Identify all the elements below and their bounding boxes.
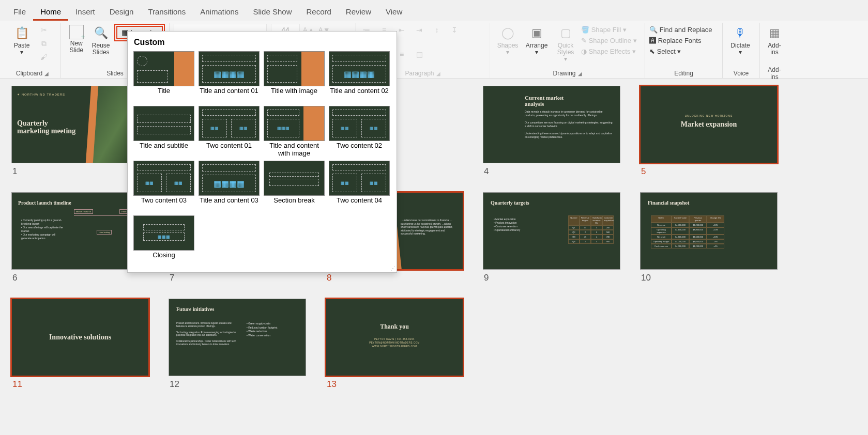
group-label-slides: Slides <box>106 70 124 77</box>
shape-outline-button[interactable]: ✎ Shape Outline ▾ <box>581 37 637 44</box>
layout-option-label: Title and content 03 <box>200 196 258 212</box>
dialog-launcher-icon[interactable]: ◢ <box>578 71 582 76</box>
layout-option[interactable]: ▦▦▦▦Two content 04 <box>328 161 390 212</box>
columns-button[interactable]: ▥ <box>413 48 426 60</box>
menu-slideshow[interactable]: Slide Show <box>246 4 299 21</box>
slide-item[interactable]: Financial snapshotMetricCurrent valuePre… <box>640 192 778 283</box>
effects-icon: ◑ <box>581 48 587 55</box>
slide-number: 8 <box>326 273 463 283</box>
dialog-launcher-icon[interactable]: ◢ <box>44 71 49 76</box>
chevron-down-icon: ▾ <box>20 49 23 56</box>
layout-option-label: Title with image <box>271 86 317 103</box>
slide-number: 9 <box>483 273 620 283</box>
menu-design[interactable]: Design <box>102 4 141 21</box>
layout-option[interactable]: Section break <box>263 161 325 212</box>
replace-fonts-button[interactable]: 🅰 Replace Fonts <box>649 37 712 44</box>
layout-option[interactable]: ▦▦▦▦Title and content 02 <box>328 51 390 103</box>
quick-styles-button[interactable]: ▢Quick Styles▾ <box>552 24 579 64</box>
slide-item[interactable]: Quarterly targets• Market expansion• Pro… <box>483 192 620 283</box>
slide-item[interactable]: Thank youPEYTON DAVIS | 404-555-0154PEYT… <box>326 299 463 390</box>
search-icon: 🔍 <box>649 26 658 34</box>
layout-option-label: Section break <box>273 196 315 212</box>
addins-button[interactable]: ▦Add-ins <box>764 24 785 64</box>
slide-number: 12 <box>169 379 306 390</box>
layout-option-label: Title and subtitle <box>140 141 188 158</box>
find-replace-button[interactable]: 🔍 Find and Replace <box>649 26 712 34</box>
layout-option[interactable]: ▦▦▦▦Two content 02 <box>328 106 390 158</box>
text-direction-button[interactable]: ↧ <box>448 24 461 36</box>
shapes-icon: ◯ <box>499 25 516 41</box>
group-label-drawing: Drawing <box>553 70 575 77</box>
layout-option[interactable]: ▦▦▦Closing <box>133 215 195 267</box>
slide-item[interactable]: Innovative solutions11 <box>11 299 149 390</box>
line-spacing-button[interactable]: ↕ <box>430 24 444 36</box>
layout-option[interactable]: ▦▦▦▦Title and content 01 <box>198 51 260 103</box>
layout-option-label: Title and content 01 <box>200 86 258 103</box>
group-label-paragraph: Paragraph <box>405 70 434 77</box>
clipboard-icon: 📋 <box>13 25 30 41</box>
arrange-icon: ▣ <box>528 25 545 41</box>
pencil-icon: ✎ <box>581 37 587 44</box>
quick-styles-icon: ▢ <box>557 25 574 41</box>
group-label-clipboard: Clipboard <box>16 70 42 77</box>
group-label-voice: Voice <box>734 70 749 77</box>
paint-bucket-icon: 🪣 <box>581 26 589 34</box>
menu-record[interactable]: Record <box>299 4 338 21</box>
slide-number: 11 <box>11 379 149 390</box>
layout-option[interactable]: ▦▦▦Title and content with image <box>263 106 325 158</box>
replace-icon: 🅰 <box>649 37 656 44</box>
reuse-slides-button[interactable]: 🔍 Reuse Slides <box>89 24 112 64</box>
dialog-launcher-icon[interactable]: ◢ <box>436 71 440 76</box>
slide-item[interactable]: UNLOCKING NEW HORIZONSMarket expansion5 <box>640 86 778 177</box>
addins-icon: ▦ <box>766 25 783 41</box>
layout-option-label: Title <box>158 86 170 103</box>
dictate-button[interactable]: 🎙Dictate▾ <box>727 24 754 64</box>
indent-right-button[interactable]: ⇥ <box>413 24 426 36</box>
shape-fill-button[interactable]: 🪣 Shape Fill ▾ <box>581 26 637 34</box>
slide-number: 7 <box>169 273 306 283</box>
menu-home[interactable]: Home <box>33 4 68 21</box>
menu-file[interactable]: File <box>6 4 33 21</box>
layout-option[interactable]: ▦▦▦▦Title and content 03 <box>198 161 260 212</box>
slide-item[interactable]: Future initiativesProduct enhancement. I… <box>169 299 306 390</box>
new-slide-button[interactable]: + New Slide <box>65 24 87 64</box>
menu-bar: File Home Insert Design Transitions Anim… <box>0 0 868 21</box>
layout-option[interactable]: ▦▦▦▦Two content 01 <box>198 106 260 158</box>
microphone-icon: 🎙 <box>732 25 749 41</box>
select-button[interactable]: ⬉ Select ▾ <box>649 48 712 55</box>
slide-number: 10 <box>640 273 778 283</box>
menu-review[interactable]: Review <box>339 4 378 21</box>
menu-view[interactable]: View <box>378 4 409 21</box>
cursor-icon: ⬉ <box>649 48 655 55</box>
cut-button[interactable]: ✂ <box>37 24 51 36</box>
reuse-slides-icon: 🔍 <box>93 25 109 41</box>
layout-option-label: Two content 01 <box>206 141 252 158</box>
slide-item[interactable]: Current market analysisData reveals a st… <box>483 86 620 177</box>
format-painter-button[interactable]: 🖌 <box>37 51 51 63</box>
slide-number: 5 <box>640 166 778 177</box>
slide-number: 4 <box>483 166 620 177</box>
layout-option-label: Two content 02 <box>337 141 382 158</box>
copy-button[interactable]: ⧉ <box>37 37 51 50</box>
gallery-header: Custom <box>133 36 391 51</box>
arrange-button[interactable]: ▣Arrange▾ <box>523 24 550 64</box>
new-slide-icon: + <box>69 25 84 39</box>
layout-option-label: Two content 04 <box>337 196 382 212</box>
shape-effects-button[interactable]: ◑ Shape Effects ▾ <box>581 48 637 55</box>
layout-option[interactable]: Title <box>133 51 195 103</box>
paste-button[interactable]: 📋 Paste▾ <box>8 24 35 64</box>
menu-insert[interactable]: Insert <box>68 4 102 21</box>
layout-option-label: Title and content with image <box>263 141 325 158</box>
shapes-button[interactable]: ◯Shapes▾ <box>494 24 521 64</box>
layout-option[interactable]: Title and subtitle <box>133 106 195 158</box>
layout-option[interactable]: Title with image <box>263 51 325 103</box>
menu-transitions[interactable]: Transitions <box>141 4 193 21</box>
resize-grip-icon[interactable]: ⋰ <box>390 266 395 271</box>
layout-option[interactable]: ▦▦▦▦Two content 03 <box>133 161 195 212</box>
layout-option-label: Closing <box>153 251 175 267</box>
layout-option-label: Two content 03 <box>141 196 187 212</box>
group-label-editing: Editing <box>674 70 693 77</box>
menu-animations[interactable]: Animations <box>193 4 246 21</box>
slide-number: 6 <box>11 273 149 283</box>
layout-gallery-popup: Custom Title▦▦▦▦Title and content 01Titl… <box>127 31 397 273</box>
